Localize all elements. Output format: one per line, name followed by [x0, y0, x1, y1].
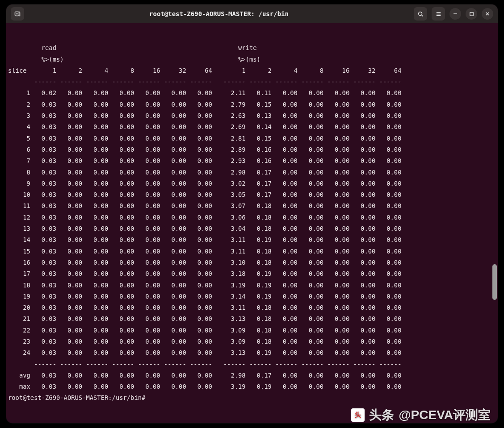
menu-button[interactable] — [432, 7, 445, 21]
window-title: root@test-Z690-AORUS-MASTER: /usr/bin — [24, 10, 414, 17]
svg-point-1 — [418, 12, 422, 15]
titlebar: root@test-Z690-AORUS-MASTER: /usr/bin — [6, 4, 498, 23]
watermark-prefix: 头条 — [369, 407, 394, 424]
search-button[interactable] — [414, 7, 427, 21]
terminal-window: root@test-Z690-AORUS-MASTER: /usr/bin — [6, 4, 498, 423]
watermark-handle: @PCEVA评测室 — [399, 407, 491, 424]
watermark-logo-icon: 头 — [351, 408, 365, 422]
scrollbar-thumb[interactable] — [492, 264, 497, 300]
new-tab-button[interactable] — [11, 7, 24, 21]
svg-rect-2 — [470, 12, 473, 15]
minimize-button[interactable] — [449, 8, 461, 20]
close-button[interactable] — [482, 8, 493, 20]
maximize-button[interactable] — [466, 8, 477, 20]
watermark: 头 头条 @PCEVA评测室 — [351, 407, 491, 424]
shell-prompt[interactable]: root@test-Z690-AORUS-MASTER:/usr/bin# — [8, 393, 496, 403]
terminal-output[interactable]: read write %>(ms) %>(ms) slice 1 2 4 8 1… — [6, 23, 498, 406]
